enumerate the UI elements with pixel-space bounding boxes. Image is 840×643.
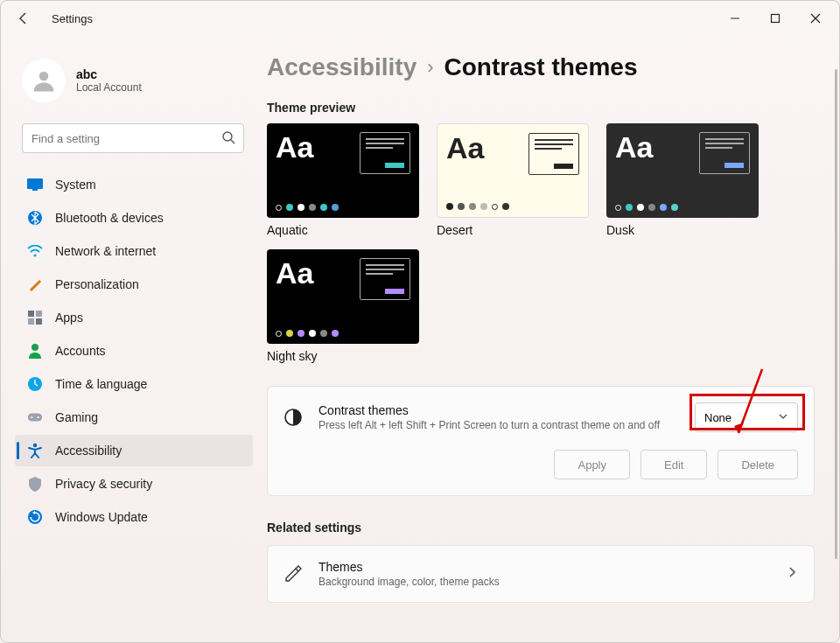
update-icon xyxy=(27,509,43,525)
search-icon xyxy=(221,130,235,148)
related-settings-label: Related settings xyxy=(267,521,815,535)
svg-point-8 xyxy=(33,254,36,256)
chevron-down-icon xyxy=(778,411,788,424)
nav-label: Accounts xyxy=(55,344,106,358)
avatar xyxy=(22,59,66,102)
svg-line-4 xyxy=(231,140,234,143)
shield-icon xyxy=(27,476,43,492)
maximize-button[interactable] xyxy=(755,4,795,32)
back-button[interactable] xyxy=(11,6,36,31)
scrollbar[interactable] xyxy=(835,69,837,559)
svg-rect-15 xyxy=(28,414,42,422)
user-sub: Local Account xyxy=(76,81,142,94)
search-input[interactable] xyxy=(22,123,244,153)
nav-update[interactable]: Windows Update xyxy=(15,501,253,533)
user-block[interactable]: abc Local Account xyxy=(15,46,253,120)
svg-rect-10 xyxy=(36,311,42,317)
svg-point-2 xyxy=(39,72,49,81)
contrast-themes-card: Contrast themes Press left Alt + left Sh… xyxy=(267,386,815,496)
nav-accounts[interactable]: Accounts xyxy=(15,335,253,367)
nav-label: Apps xyxy=(55,311,83,325)
contrast-title: Contrast themes xyxy=(318,403,679,417)
chevron-right-icon xyxy=(786,566,798,582)
app-title: Settings xyxy=(52,12,93,25)
close-button[interactable] xyxy=(795,4,836,32)
delete-button[interactable]: Delete xyxy=(718,450,798,479)
display-icon xyxy=(27,177,43,192)
svg-rect-11 xyxy=(28,318,34,325)
nav-system[interactable]: System xyxy=(15,169,253,200)
nav-label: Personalization xyxy=(55,277,139,291)
nav-label: Gaming xyxy=(55,410,98,424)
gamepad-icon xyxy=(27,409,43,425)
related-title: Themes xyxy=(318,560,500,574)
contrast-desc: Press left Alt + left Shift + Print Scre… xyxy=(318,419,679,431)
page-title: Contrast themes xyxy=(444,53,638,81)
brush-icon xyxy=(27,276,43,292)
svg-point-3 xyxy=(223,132,232,141)
svg-point-18 xyxy=(33,444,37,447)
contrast-icon xyxy=(284,408,303,427)
theme-dusk[interactable]: Aa xyxy=(606,123,759,218)
svg-point-13 xyxy=(32,344,38,351)
chevron-right-icon: › xyxy=(427,56,433,79)
svg-rect-5 xyxy=(27,178,43,189)
nav-label: Accessibility xyxy=(55,444,122,458)
theme-label: Night sky xyxy=(267,349,424,363)
nav-apps[interactable]: Apps xyxy=(15,302,253,333)
breadcrumb-parent[interactable]: Accessibility xyxy=(267,53,416,81)
theme-nightsky[interactable]: Aa xyxy=(267,249,419,344)
svg-point-17 xyxy=(38,416,39,418)
nav-label: Time & language xyxy=(55,377,147,391)
nav-accessibility[interactable]: Accessibility xyxy=(15,435,253,466)
globe-clock-icon xyxy=(27,376,43,392)
person-icon xyxy=(27,343,43,359)
nav-network[interactable]: Network & internet xyxy=(15,235,253,267)
theme-desert[interactable]: Aa xyxy=(437,123,589,218)
related-themes[interactable]: Themes Background image, color, theme pa… xyxy=(267,545,815,603)
nav-privacy[interactable]: Privacy & security xyxy=(15,468,253,500)
nav-label: Privacy & security xyxy=(55,477,152,491)
select-value: None xyxy=(704,411,732,424)
apps-icon xyxy=(27,310,43,325)
apply-button[interactable]: Apply xyxy=(554,450,630,479)
user-name: abc xyxy=(76,67,142,81)
svg-rect-12 xyxy=(36,318,42,325)
theme-aquatic[interactable]: Aa xyxy=(267,123,419,218)
nav-label: Windows Update xyxy=(55,510,148,524)
breadcrumb: Accessibility › Contrast themes xyxy=(267,53,815,81)
edit-button[interactable]: Edit xyxy=(640,450,707,479)
nav-bluetooth[interactable]: Bluetooth & devices xyxy=(15,202,253,234)
nav-label: System xyxy=(55,178,96,192)
bluetooth-icon xyxy=(27,210,43,226)
svg-rect-1 xyxy=(772,15,780,23)
svg-rect-6 xyxy=(32,189,38,191)
theme-label: Desert xyxy=(437,223,594,237)
related-desc: Background image, color, theme packs xyxy=(318,576,500,588)
contrast-theme-select[interactable]: None xyxy=(695,402,798,432)
nav-personalization[interactable]: Personalization xyxy=(15,269,253,300)
svg-rect-9 xyxy=(28,311,34,317)
themes-icon xyxy=(284,563,303,585)
theme-label: Dusk xyxy=(606,223,764,237)
nav-label: Bluetooth & devices xyxy=(55,211,164,225)
minimize-button[interactable] xyxy=(715,4,755,32)
nav-time[interactable]: Time & language xyxy=(15,368,253,400)
svg-point-16 xyxy=(31,416,32,418)
nav-label: Network & internet xyxy=(55,244,156,258)
accessibility-icon xyxy=(27,443,43,458)
theme-label: Aquatic xyxy=(267,223,424,237)
theme-preview-label: Theme preview xyxy=(267,101,815,115)
wifi-icon xyxy=(27,243,43,259)
nav-gaming[interactable]: Gaming xyxy=(15,402,253,433)
